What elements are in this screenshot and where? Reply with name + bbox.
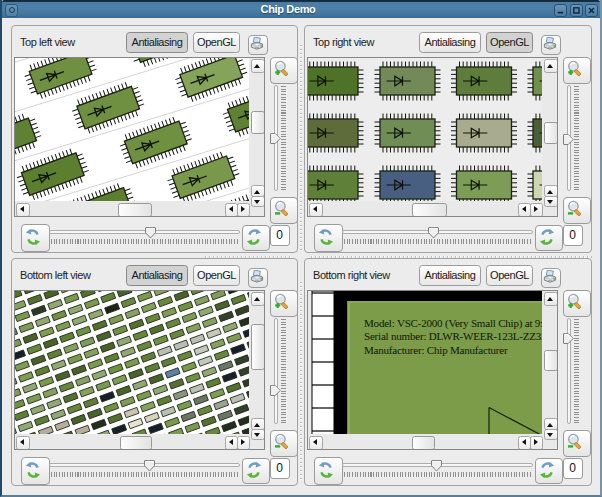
svg-text:Model: VSC-2000 (Very Small Ch: Model: VSC-2000 (Very Small Chip) at 9x xyxy=(364,317,542,330)
svg-text:Serial number: DLWR-WEER-123L-: Serial number: DLWR-WEER-123L-ZZ33- xyxy=(364,330,542,342)
svg-text:Manufacturer: Chip Manufacture: Manufacturer: Chip Manufacturer xyxy=(364,344,508,356)
